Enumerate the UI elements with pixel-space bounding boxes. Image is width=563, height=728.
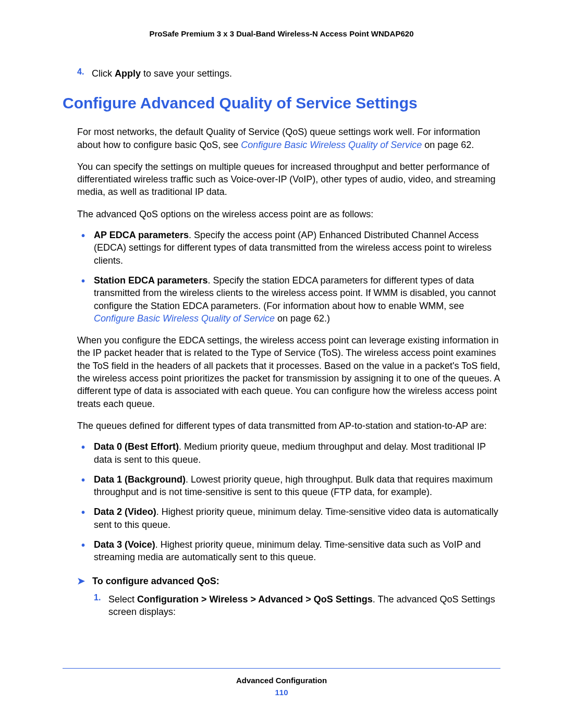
list-item: AP EDCA parameters. Specify the access p… — [77, 229, 500, 267]
list-item: Data 0 (Best Effort). Medium priority qu… — [77, 440, 500, 466]
list-item: Data 3 (Voice). Highest priority queue, … — [77, 538, 500, 564]
text: Select — [108, 594, 137, 604]
text: to save your settings. — [141, 68, 232, 79]
running-header: ProSafe Premium 3 x 3 Dual-Band Wireless… — [63, 29, 500, 38]
footer-rule — [63, 668, 500, 669]
options-list: AP EDCA parameters. Specify the access p… — [77, 229, 500, 325]
term: Data 2 (Video) — [94, 507, 156, 517]
page-number: 110 — [63, 688, 500, 697]
step-number: 1. — [94, 593, 108, 619]
text: Click — [92, 68, 115, 79]
section-heading: Configure Advanced Quality of Service Se… — [63, 94, 500, 112]
paragraph: When you configure the EDCA settings, th… — [77, 334, 500, 410]
triangle-right-icon: ➤ — [77, 575, 85, 587]
paragraph: The queues defined for different types o… — [77, 419, 500, 432]
text: on page 62.) — [275, 313, 330, 324]
term: Station EDCA parameters — [94, 275, 207, 286]
procedure-step-1: 1. Select Configuration > Wireless > Adv… — [94, 593, 500, 619]
section-body: For most networks, the default Quality o… — [77, 126, 500, 618]
paragraph: The advanced QoS options on the wireless… — [77, 208, 500, 220]
apply-label: Apply — [115, 68, 141, 79]
step-text: Select Configuration > Wireless > Advanc… — [108, 593, 500, 619]
page-footer: Advanced Configuration 110 — [63, 668, 500, 697]
cross-reference-link[interactable]: Configure Basic Wireless Quality of Serv… — [94, 313, 275, 324]
step-number: 4. — [77, 67, 92, 80]
cross-reference-link[interactable]: Configure Basic Wireless Quality of Serv… — [241, 140, 422, 150]
queues-list: Data 0 (Best Effort). Medium priority qu… — [77, 440, 500, 563]
procedure-heading: ➤ To configure advanced QoS: — [77, 575, 500, 587]
term: Data 0 (Best Effort) — [94, 441, 179, 452]
menu-path: Configuration > Wireless > Advanced > Qo… — [137, 594, 373, 604]
step-4: 4. Click Apply to save your settings. — [77, 67, 500, 80]
term: Data 1 (Background) — [94, 474, 186, 485]
list-item: Data 1 (Background). Lowest priority que… — [77, 473, 500, 499]
procedure-title: To configure advanced QoS: — [92, 576, 219, 587]
paragraph: You can specify the settings on multiple… — [77, 161, 500, 199]
term: Data 3 (Voice) — [94, 539, 155, 550]
step-text: Click Apply to save your settings. — [92, 67, 232, 80]
footer-section-title: Advanced Configuration — [63, 676, 500, 685]
list-item: Data 2 (Video). Highest priority queue, … — [77, 505, 500, 531]
text: on page 62. — [422, 140, 474, 150]
document-page: ProSafe Premium 3 x 3 Dual-Band Wireless… — [0, 0, 563, 728]
term: AP EDCA parameters — [94, 230, 189, 240]
paragraph: For most networks, the default Quality o… — [77, 126, 500, 151]
list-item: Station EDCA parameters. Specify the sta… — [77, 274, 500, 325]
